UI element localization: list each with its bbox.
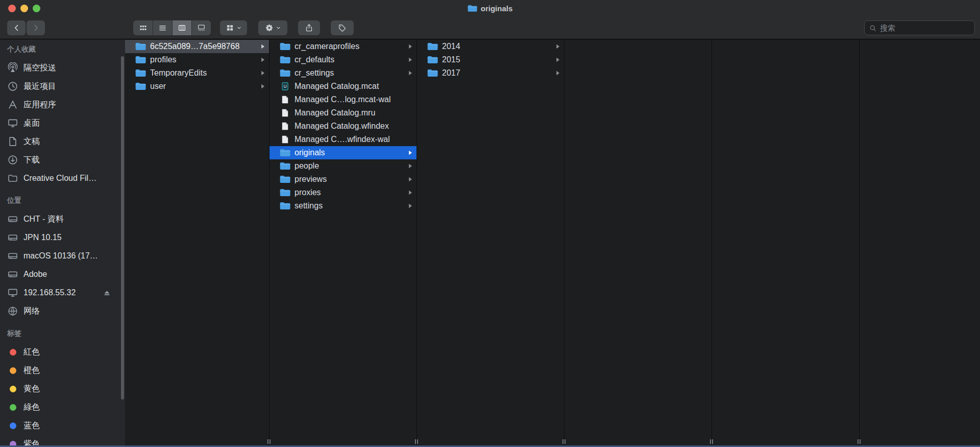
folder-icon	[427, 42, 438, 51]
item-name: profiles	[150, 55, 257, 64]
column-item-cr-defaults[interactable]: cr_defaults	[270, 53, 416, 66]
network-icon	[7, 305, 19, 317]
action-menu-button[interactable]	[258, 20, 287, 35]
sidebar-item-tag-yellow[interactable]: 黄色	[0, 380, 125, 398]
finder-column-6	[860, 40, 980, 447]
view-icons-button[interactable]	[133, 20, 153, 35]
tags-button[interactable]	[331, 20, 354, 35]
column-item-previews[interactable]: previews	[270, 173, 416, 186]
minimize-button[interactable]	[20, 5, 28, 12]
item-name: 6c525a089…7a5e98768	[150, 42, 257, 51]
main-area: 个人收藏隔空投送最近项目应用程序桌面文稿下载Creative Cloud Fil…	[0, 39, 980, 447]
column-resize-handle[interactable]	[267, 439, 271, 444]
column-resize-handle[interactable]	[857, 439, 861, 444]
column-divider[interactable]	[859, 40, 860, 447]
column-divider[interactable]	[564, 40, 565, 447]
folder-icon	[135, 56, 146, 64]
column-item-people[interactable]: people	[270, 159, 416, 173]
sidebar-item-desktop[interactable]: 桌面	[0, 114, 125, 132]
column-item-managed-c-wfindex-wal[interactable]: Managed C….wfindex-wal	[270, 133, 416, 146]
harddrive-icon	[7, 268, 19, 280]
back-button[interactable]	[7, 20, 26, 35]
view-icons-icon	[139, 23, 148, 32]
sidebar-item-cht-volume[interactable]: CHT - 資料	[0, 210, 125, 228]
harddrive-icon	[7, 213, 19, 225]
folder-icon	[427, 69, 438, 78]
sidebar-item-server-192-168-55-32[interactable]: 192.168.55.32	[0, 284, 125, 302]
sidebar-scrollbar[interactable]	[121, 56, 124, 399]
chevron-right-icon	[32, 23, 40, 32]
zoom-button[interactable]	[33, 5, 40, 12]
column-divider[interactable]	[269, 40, 270, 447]
navigation-buttons	[7, 20, 45, 35]
sidebar-item-recents[interactable]: 最近项目	[0, 77, 125, 96]
column-item-cr-cameraprofiles[interactable]: cr_cameraprofiles	[270, 40, 416, 53]
column-item-settings[interactable]: settings	[270, 199, 416, 213]
item-name: originals	[295, 148, 404, 157]
search-field[interactable]	[864, 20, 975, 35]
column-divider[interactable]	[416, 40, 417, 447]
search-input[interactable]	[880, 23, 970, 32]
sidebar-item-tag-red[interactable]: 紅色	[0, 343, 125, 361]
sidebar-item-label: 紅色	[23, 347, 40, 358]
disclosure-arrow-icon	[408, 150, 412, 155]
sidebar-item-downloads[interactable]: 下载	[0, 151, 125, 169]
file-icon	[280, 135, 290, 144]
eject-icon[interactable]	[103, 290, 111, 296]
sidebar-item-tag-orange[interactable]: 橙色	[0, 361, 125, 380]
tag-dot-icon	[7, 383, 19, 395]
sidebar-item-network[interactable]: 网络	[0, 302, 125, 320]
window-title: originals	[468, 4, 513, 13]
disclosure-arrow-icon	[261, 44, 265, 49]
sidebar-item-applications[interactable]: 应用程序	[0, 96, 125, 114]
column-item-managed-catalog-wfindex[interactable]: Managed Catalog.wfindex	[270, 120, 416, 133]
view-columns-icon	[178, 23, 186, 32]
column-item-cr-settings[interactable]: cr_settings	[270, 66, 416, 80]
forward-button[interactable]	[27, 20, 45, 35]
sidebar-item-jpn-10-15-volume[interactable]: JPN 10.15	[0, 228, 125, 247]
share-button[interactable]	[298, 20, 320, 35]
sidebar-item-creative-cloud-files[interactable]: Creative Cloud Fil…	[0, 169, 125, 187]
sidebar-item-macos-10136-volume[interactable]: macOS 10136 (17…	[0, 247, 125, 265]
close-button[interactable]	[8, 5, 16, 12]
file-icon	[280, 96, 290, 104]
column-item-user[interactable]: user	[125, 80, 269, 93]
sidebar-item-tag-green[interactable]: 綠色	[0, 398, 125, 416]
column-divider[interactable]	[712, 40, 712, 447]
sidebar-item-documents[interactable]: 文稿	[0, 132, 125, 151]
column-resize-handle[interactable]	[415, 439, 418, 444]
column-item-6c525a089-7a5e98768[interactable]: 6c525a089…7a5e98768	[125, 40, 269, 53]
column-item-2015[interactable]: 2015	[417, 53, 564, 66]
view-list-button[interactable]	[153, 20, 172, 35]
column-item-proxies[interactable]: proxies	[270, 186, 416, 199]
column-resize-handle[interactable]	[710, 439, 713, 444]
folder-icon	[280, 149, 290, 157]
column-item-managed-catalog-mru[interactable]: Managed Catalog.mru	[270, 106, 416, 120]
group-button[interactable]	[220, 20, 247, 35]
column-item-managed-catalog-mcat[interactable]: UManaged Catalog.mcat	[270, 80, 416, 93]
sidebar-item-airdrop[interactable]: 隔空投送	[0, 59, 125, 77]
column-item-originals[interactable]: originals	[270, 146, 416, 159]
column-item-2014[interactable]: 2014	[417, 40, 564, 53]
applications-icon	[7, 99, 19, 111]
finder-column-5	[712, 40, 859, 447]
item-name: proxies	[295, 188, 404, 197]
display-icon	[7, 287, 19, 299]
column-item-profiles[interactable]: profiles	[125, 53, 269, 66]
sidebar-item-tag-blue[interactable]: 蓝色	[0, 416, 125, 435]
view-gallery-button[interactable]	[191, 20, 211, 35]
column-item-managed-c-log-mcat-wal[interactable]: Managed C…log.mcat-wal	[270, 93, 416, 106]
sidebar-section-header: 个人收藏	[0, 40, 125, 59]
sidebar-content: 个人收藏隔空投送最近项目应用程序桌面文稿下载Creative Cloud Fil…	[0, 40, 125, 447]
item-name: Managed C….wfindex-wal	[295, 135, 412, 144]
column-item-temporaryedits[interactable]: TemporaryEdits	[125, 66, 269, 80]
column-resize-handle[interactable]	[562, 439, 566, 444]
disclosure-arrow-icon	[408, 44, 412, 49]
item-name: Managed C…log.mcat-wal	[295, 95, 412, 104]
column-item-2017[interactable]: 2017	[417, 66, 564, 80]
sidebar-item-adobe-volume[interactable]: Adobe	[0, 265, 125, 284]
view-columns-button[interactable]	[172, 20, 191, 35]
window-title-text: originals	[481, 4, 513, 13]
sidebar-item-label: 蓝色	[23, 420, 40, 431]
tag-dot-icon	[7, 364, 19, 377]
